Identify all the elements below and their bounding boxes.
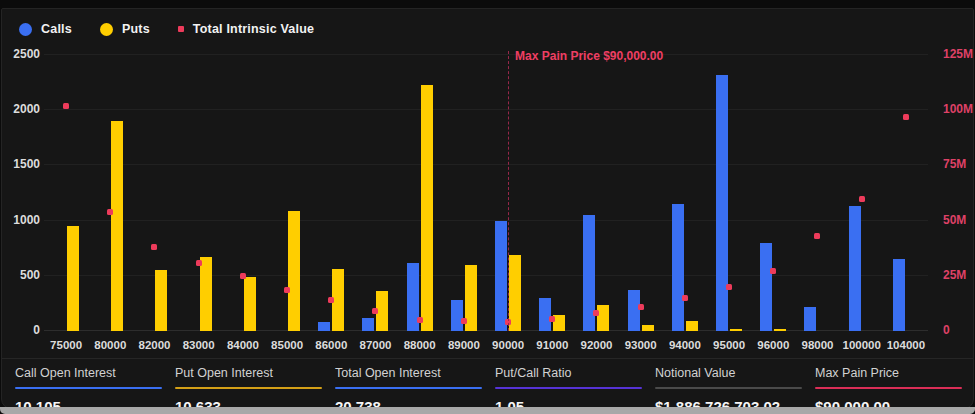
strike-group-98000 xyxy=(795,55,839,331)
intrinsic-value-point-86000[interactable] xyxy=(328,297,334,303)
strike-group-91000 xyxy=(530,55,574,331)
puts-bar-92000[interactable] xyxy=(597,305,609,331)
intrinsic-value-point-84000[interactable] xyxy=(240,273,246,279)
intrinsic-value-point-98000[interactable] xyxy=(814,233,820,239)
intrinsic-value-point-87000[interactable] xyxy=(372,308,378,314)
stats-bar: Call Open Interest10,105Put Open Interes… xyxy=(2,358,973,413)
strike-group-104000 xyxy=(884,55,928,331)
chart-legend: CallsPutsTotal Intrinsic Value xyxy=(19,22,314,36)
stat-label: Put Open Interest xyxy=(175,366,322,380)
intrinsic-value-point-82000[interactable] xyxy=(151,244,157,250)
left-axis-tick: 1500 xyxy=(6,157,40,171)
calls-bar-90000[interactable] xyxy=(495,221,507,331)
right-axis-tick: 25M xyxy=(943,268,966,282)
puts-bar-96000[interactable] xyxy=(774,329,786,331)
puts-bar-85000[interactable] xyxy=(288,211,300,331)
left-axis-tick: 2000 xyxy=(6,102,40,116)
intrinsic-value-point-75000[interactable] xyxy=(63,103,69,109)
plot-area xyxy=(44,55,928,331)
stat-label: Total Open Interest xyxy=(335,366,482,380)
strike-group-83000 xyxy=(177,55,221,331)
strike-group-85000 xyxy=(265,55,309,331)
stat-accent-underline xyxy=(335,387,482,389)
strike-group-94000 xyxy=(663,55,707,331)
intrinsic-value-point-100000[interactable] xyxy=(859,196,865,202)
strike-group-96000 xyxy=(751,55,795,331)
calls-bar-89000[interactable] xyxy=(451,300,463,331)
calls-bar-104000[interactable] xyxy=(893,259,905,331)
stat-label: Call Open Interest xyxy=(15,366,162,380)
calls-bar-87000[interactable] xyxy=(362,318,374,331)
calls-bar-86000[interactable] xyxy=(318,322,330,331)
intrinsic-value-point-93000[interactable] xyxy=(638,304,644,310)
strike-group-89000 xyxy=(442,55,486,331)
intrinsic-value-point-94000[interactable] xyxy=(682,295,688,301)
stat-accent-underline xyxy=(175,387,322,389)
calls-bar-91000[interactable] xyxy=(539,298,551,331)
puts-bar-80000[interactable] xyxy=(111,121,123,331)
intrinsic-value-point-91000[interactable] xyxy=(549,316,555,322)
right-axis-tick: 75M xyxy=(943,157,966,171)
circle-swatch-icon xyxy=(100,23,113,36)
left-axis-tick: 500 xyxy=(6,268,40,282)
stat-accent-underline xyxy=(815,387,962,389)
intrinsic-value-point-96000[interactable] xyxy=(770,268,776,274)
strike-group-84000 xyxy=(221,55,265,331)
calls-bar-94000[interactable] xyxy=(672,204,684,331)
puts-bar-93000[interactable] xyxy=(642,325,654,331)
legend-item-puts[interactable]: Puts xyxy=(100,22,150,36)
intrinsic-value-point-80000[interactable] xyxy=(107,209,113,215)
intrinsic-value-point-85000[interactable] xyxy=(284,287,290,293)
puts-bar-83000[interactable] xyxy=(200,257,212,331)
options-chart-card: CallsPutsTotal Intrinsic Value 0050025M1… xyxy=(1,8,974,409)
strike-group-93000 xyxy=(619,55,663,331)
calls-bar-100000[interactable] xyxy=(849,206,861,331)
stat-accent-underline xyxy=(495,387,642,389)
right-axis-tick: 50M xyxy=(943,213,966,227)
legend-item-calls[interactable]: Calls xyxy=(19,22,72,36)
strike-group-82000 xyxy=(132,55,176,331)
legend-label: Calls xyxy=(41,22,72,36)
circle-swatch-icon xyxy=(19,23,32,36)
strike-group-80000 xyxy=(88,55,132,331)
calls-bar-95000[interactable] xyxy=(716,75,728,331)
stat-label: Max Pain Price xyxy=(815,366,962,380)
calls-bar-93000[interactable] xyxy=(628,290,640,331)
intrinsic-value-point-88000[interactable] xyxy=(417,317,423,323)
puts-bar-82000[interactable] xyxy=(155,270,167,331)
legend-item-total-intrinsic-value[interactable]: Total Intrinsic Value xyxy=(178,22,314,36)
intrinsic-value-point-89000[interactable] xyxy=(461,318,467,324)
calls-bar-98000[interactable] xyxy=(804,307,816,331)
max-pain-line xyxy=(508,51,509,331)
stat-label: Notional Value xyxy=(655,366,802,380)
strike-group-100000 xyxy=(840,55,884,331)
intrinsic-value-point-92000[interactable] xyxy=(593,310,599,316)
strike-group-92000 xyxy=(574,55,618,331)
stat-accent-underline xyxy=(15,387,162,389)
puts-bar-91000[interactable] xyxy=(553,315,565,331)
window-bottom-edge xyxy=(0,407,975,414)
legend-label: Puts xyxy=(122,22,150,36)
left-axis-tick: 1000 xyxy=(6,213,40,227)
intrinsic-value-point-83000[interactable] xyxy=(196,260,202,266)
x-axis-label-104000: 104000 xyxy=(876,339,936,351)
puts-bar-84000[interactable] xyxy=(244,277,256,331)
puts-bar-75000[interactable] xyxy=(67,226,79,331)
puts-bar-87000[interactable] xyxy=(376,291,388,331)
intrinsic-value-point-95000[interactable] xyxy=(726,284,732,290)
calls-bar-96000[interactable] xyxy=(760,243,772,331)
right-axis-tick: 0 xyxy=(943,323,950,337)
puts-bar-95000[interactable] xyxy=(730,329,742,331)
left-axis-tick: 2500 xyxy=(6,47,40,61)
right-axis-tick: 125M xyxy=(943,47,973,61)
puts-bar-88000[interactable] xyxy=(421,85,433,331)
strike-group-88000 xyxy=(398,55,442,331)
stat-accent-underline xyxy=(655,387,802,389)
puts-bar-86000[interactable] xyxy=(332,269,344,331)
puts-bar-94000[interactable] xyxy=(686,321,698,331)
intrinsic-value-point-104000[interactable] xyxy=(903,114,909,120)
right-axis-tick: 100M xyxy=(943,102,973,116)
max-pain-label: Max Pain Price $90,000.00 xyxy=(515,49,663,63)
square-swatch-icon xyxy=(178,26,184,32)
strike-group-75000 xyxy=(44,55,88,331)
